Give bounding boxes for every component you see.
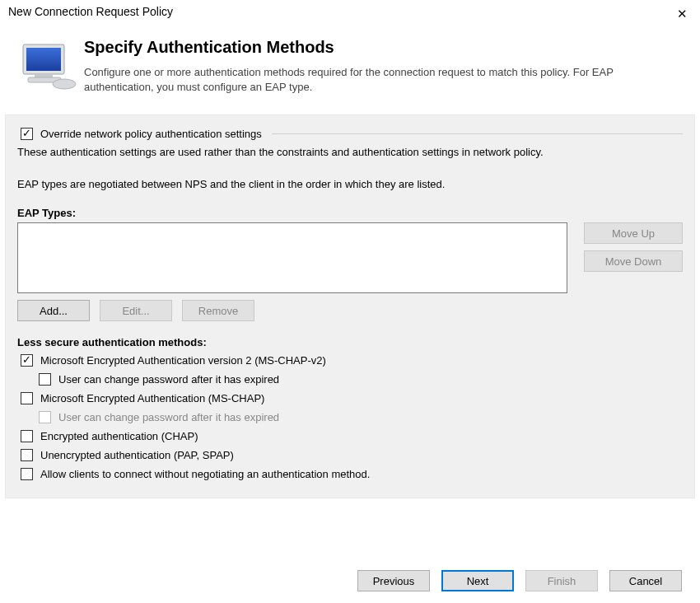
mschap-label: Microsoft Encrypted Authentication (MS-C… (40, 392, 264, 404)
less-secure-heading: Less secure authentication methods: (17, 336, 683, 348)
eap-edit-buttons: Add... Edit... Remove (17, 300, 683, 321)
page-subtitle: Configure one or more authentication met… (84, 65, 682, 95)
mschap-pwd-label: User can change password after it has ex… (58, 411, 279, 423)
eap-order-buttons: Move Up Move Down (584, 222, 683, 272)
mschapv2-label: Microsoft Encrypted Authentication versi… (40, 354, 326, 367)
page-title: Specify Authentication Methods (84, 38, 682, 57)
svg-point-4 (53, 79, 76, 89)
move-up-button[interactable]: Move Up (584, 222, 683, 244)
close-icon[interactable]: ✕ (670, 5, 693, 21)
no-neg-label: Allow clients to connect without negotia… (40, 468, 370, 480)
mschapv2-row: Microsoft Encrypted Authentication versi… (17, 352, 683, 369)
override-explain: These authentication settings are used r… (17, 146, 683, 158)
pap-label: Unencrypted authentication (PAP, SPAP) (40, 449, 234, 461)
mschap-row: Microsoft Encrypted Authentication (MS-C… (17, 390, 683, 407)
eap-order-note: EAP types are negotiated between NPS and… (17, 178, 683, 190)
auth-panel: Override network policy authentication s… (5, 115, 695, 498)
eap-types-label: EAP Types: (17, 207, 683, 219)
mschapv2-pwd-checkbox[interactable] (39, 373, 51, 386)
svg-rect-2 (35, 74, 53, 77)
mschapv2-checkbox[interactable] (21, 354, 33, 367)
svg-rect-1 (26, 48, 61, 71)
override-label: Override network policy authentication s… (40, 128, 262, 140)
finish-button[interactable]: Finish (525, 570, 598, 591)
previous-button[interactable]: Previous (357, 570, 430, 591)
override-row: Override network policy authentication s… (17, 125, 683, 143)
mschapv2-pwd-row: User can change password after it has ex… (35, 371, 683, 388)
mschap-checkbox[interactable] (21, 392, 33, 404)
next-button[interactable]: Next (441, 570, 514, 591)
titlebar: New Connection Request Policy ✕ (0, 0, 700, 25)
remove-button[interactable]: Remove (182, 300, 254, 321)
eap-types-area: Move Up Move Down (17, 222, 683, 293)
chap-row: Encrypted authentication (CHAP) (17, 428, 683, 445)
override-checkbox[interactable] (21, 128, 33, 140)
edit-button[interactable]: Edit... (100, 300, 172, 321)
mschap-pwd-row: User can change password after it has ex… (35, 409, 683, 426)
wizard-header-text: Specify Authentication Methods Configure… (84, 38, 682, 95)
wizard-footer: Previous Next Finish Cancel (357, 570, 682, 591)
add-button[interactable]: Add... (17, 300, 90, 321)
window-title: New Connection Request Policy (8, 5, 173, 18)
pap-row: Unencrypted authentication (PAP, SPAP) (17, 446, 683, 464)
divider (272, 133, 683, 134)
no-neg-checkbox[interactable] (21, 468, 33, 480)
mschapv2-pwd-label: User can change password after it has ex… (58, 373, 279, 386)
monitor-icon (18, 38, 84, 95)
cancel-button[interactable]: Cancel (609, 570, 682, 591)
pap-checkbox[interactable] (21, 449, 33, 461)
eap-types-listbox[interactable] (17, 222, 567, 293)
chap-label: Encrypted authentication (CHAP) (40, 430, 198, 442)
mschap-pwd-checkbox (39, 411, 51, 423)
move-down-button[interactable]: Move Down (584, 250, 683, 272)
chap-checkbox[interactable] (21, 430, 33, 442)
wizard-header: Specify Authentication Methods Configure… (0, 25, 700, 115)
no-neg-row: Allow clients to connect without negotia… (17, 465, 683, 483)
